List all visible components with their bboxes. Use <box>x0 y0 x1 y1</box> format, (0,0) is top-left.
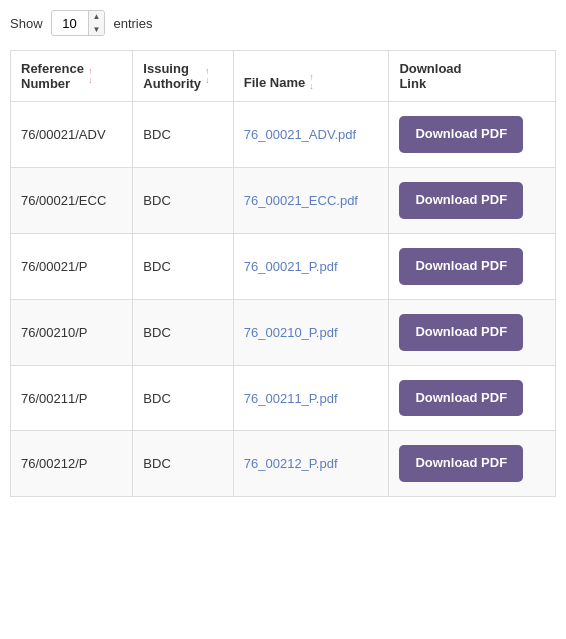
cell-authority: BDC <box>133 299 233 365</box>
table-header-row: ReferenceNumber ↑↓ IssuingAuthority ↑↓ F… <box>11 51 556 102</box>
table-row: 76/00212/PBDC76_00212_P.pdfDownload PDF <box>11 431 556 497</box>
cell-filename: 76_00021_ADV.pdf <box>233 102 389 168</box>
file-link[interactable]: 76_00212_P.pdf <box>244 456 338 471</box>
download-pdf-button[interactable]: Download PDF <box>399 116 523 153</box>
cell-download: Download PDF <box>389 431 556 497</box>
cell-ref: 76/00021/ADV <box>11 102 133 168</box>
entries-down-button[interactable]: ▼ <box>89 23 105 36</box>
sort-icon-filename[interactable]: ↑↓ <box>309 73 314 91</box>
download-pdf-button[interactable]: Download PDF <box>399 182 523 219</box>
cell-ref: 76/00210/P <box>11 299 133 365</box>
download-pdf-button[interactable]: Download PDF <box>399 248 523 285</box>
file-link[interactable]: 76_00210_P.pdf <box>244 325 338 340</box>
entries-up-button[interactable]: ▲ <box>89 10 105 23</box>
cell-download: Download PDF <box>389 365 556 431</box>
download-pdf-button[interactable]: Download PDF <box>399 445 523 482</box>
table-row: 76/00021/ADVBDC76_00021_ADV.pdfDownload … <box>11 102 556 168</box>
table-row: 76/00211/PBDC76_00211_P.pdfDownload PDF <box>11 365 556 431</box>
entries-spinners[interactable]: ▲ ▼ <box>88 10 105 36</box>
cell-authority: BDC <box>133 365 233 431</box>
col-header-ref: ReferenceNumber ↑↓ <box>11 51 133 102</box>
table-row: 76/00021/ECCBDC76_00021_ECC.pdfDownload … <box>11 167 556 233</box>
cell-ref: 76/00211/P <box>11 365 133 431</box>
cell-filename: 76_00021_ECC.pdf <box>233 167 389 233</box>
cell-ref: 76/00021/P <box>11 233 133 299</box>
entries-label: entries <box>113 16 152 31</box>
file-link[interactable]: 76_00021_ECC.pdf <box>244 193 358 208</box>
entries-select[interactable]: ▲ ▼ <box>51 10 106 36</box>
col-header-filename: File Name ↑↓ <box>233 51 389 102</box>
download-pdf-button[interactable]: Download PDF <box>399 314 523 351</box>
cell-authority: BDC <box>133 431 233 497</box>
file-link[interactable]: 76_00021_ADV.pdf <box>244 127 356 142</box>
cell-download: Download PDF <box>389 102 556 168</box>
main-table: ReferenceNumber ↑↓ IssuingAuthority ↑↓ F… <box>10 50 556 497</box>
table-row: 76/00021/PBDC76_00021_P.pdfDownload PDF <box>11 233 556 299</box>
show-label: Show <box>10 16 43 31</box>
file-link[interactable]: 76_00021_P.pdf <box>244 259 338 274</box>
sort-icon-authority[interactable]: ↑↓ <box>205 67 210 85</box>
cell-ref: 76/00212/P <box>11 431 133 497</box>
cell-authority: BDC <box>133 102 233 168</box>
sort-icon-ref[interactable]: ↑↓ <box>88 67 93 85</box>
entries-input[interactable] <box>52 14 88 33</box>
col-header-download: DownloadLink <box>389 51 556 102</box>
cell-download: Download PDF <box>389 299 556 365</box>
download-pdf-button[interactable]: Download PDF <box>399 380 523 417</box>
cell-authority: BDC <box>133 233 233 299</box>
cell-download: Download PDF <box>389 233 556 299</box>
top-bar: Show ▲ ▼ entries <box>10 10 556 36</box>
col-header-authority: IssuingAuthority ↑↓ <box>133 51 233 102</box>
cell-ref: 76/00021/ECC <box>11 167 133 233</box>
cell-download: Download PDF <box>389 167 556 233</box>
cell-filename: 76_00212_P.pdf <box>233 431 389 497</box>
table-row: 76/00210/PBDC76_00210_P.pdfDownload PDF <box>11 299 556 365</box>
cell-filename: 76_00211_P.pdf <box>233 365 389 431</box>
cell-authority: BDC <box>133 167 233 233</box>
file-link[interactable]: 76_00211_P.pdf <box>244 391 338 406</box>
cell-filename: 76_00021_P.pdf <box>233 233 389 299</box>
cell-filename: 76_00210_P.pdf <box>233 299 389 365</box>
